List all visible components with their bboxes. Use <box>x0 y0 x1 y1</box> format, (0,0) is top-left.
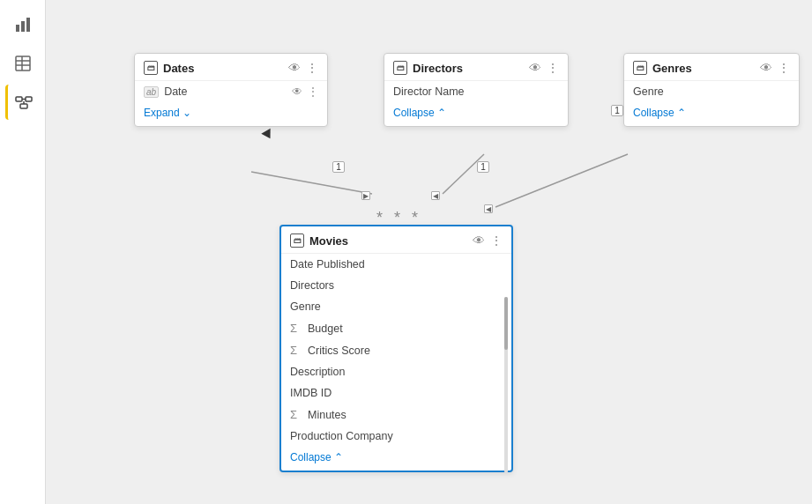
directors-title: Directors <box>413 62 463 75</box>
genres-eye-icon[interactable]: 👁 <box>760 61 772 75</box>
badge-dates-movies: 1 <box>332 161 345 173</box>
dates-expand-btn[interactable]: Expand ⌄ <box>144 107 318 119</box>
directors-footer: Collapse ⌃ <box>384 102 568 126</box>
movies-footer: Collapse ⌃ <box>281 447 511 471</box>
svg-line-14 <box>495 154 628 207</box>
movies-collapse-label: Collapse <box>290 451 332 463</box>
svg-rect-7 <box>16 97 22 101</box>
genres-collapse-label: Collapse <box>633 107 674 119</box>
movies-field-imdb-id: IMDB ID <box>281 382 511 404</box>
date-eye-icon[interactable]: 👁 <box>292 85 302 98</box>
directors-more-icon[interactable]: ⋮ <box>547 61 559 75</box>
table-movies: 🗃 Movies 👁 ⋮ Date Published Directors Ge… <box>279 225 513 472</box>
svg-line-12 <box>251 172 372 194</box>
genres-title-group: 🗃 Genres <box>633 61 692 75</box>
directors-eye-icon[interactable]: 👁 <box>529 61 541 75</box>
date-field-type-icon: ab <box>144 86 159 98</box>
critics-score-field-name: Critics Score <box>308 345 370 357</box>
scrollbar-track <box>504 297 508 473</box>
movies-field-directors: Directors <box>281 275 511 296</box>
movies-field-minutes: Σ Minutes <box>281 404 511 426</box>
dates-expand-arrow: ⌄ <box>183 107 191 119</box>
date-published-name: Date Published <box>290 258 365 271</box>
movies-more-icon[interactable]: ⋮ <box>490 233 503 248</box>
date-field-name: Date <box>164 85 187 98</box>
genres-collapse-arrow: ⌃ <box>677 107 686 119</box>
dates-eye-icon[interactable]: 👁 <box>288 61 301 75</box>
mouse-cursor <box>261 129 274 142</box>
directors-field-name: Directors <box>290 279 334 292</box>
scrollbar-thumb[interactable] <box>504 297 508 350</box>
directors-actions: 👁 ⋮ <box>529 61 559 75</box>
movies-collapse-btn[interactable]: Collapse ⌃ <box>290 451 503 463</box>
critics-sigma-icon: Σ <box>290 344 302 357</box>
table-genres: 🗃 Genres 👁 ⋮ Genre Collapse ⌃ <box>623 53 800 127</box>
table-dates: 🗃 Dates 👁 ⋮ ab Date 👁 ⋮ Expand ⌄ <box>134 53 328 127</box>
description-field-name: Description <box>290 366 346 378</box>
movies-asterisks: * * * <box>376 209 421 227</box>
movies-actions: 👁 ⋮ <box>473 233 503 248</box>
dates-header: 🗃 Dates 👁 ⋮ <box>135 54 327 81</box>
movies-field-genre: Genre <box>281 296 511 317</box>
directors-field-name: Director Name <box>384 81 568 102</box>
dates-field-date: ab Date 👁 ⋮ <box>135 81 327 102</box>
directors-collapse-label: Collapse <box>393 107 435 119</box>
movies-table-icon: 🗃 <box>290 233 304 248</box>
movies-eye-icon[interactable]: 👁 <box>473 233 485 248</box>
canvas: ▶ ◀ ◀ 1 1 🗃 Dates 👁 ⋮ ab Date 👁 ⋮ Expand… <box>46 0 812 504</box>
movies-field-production-company: Production Company <box>281 426 511 447</box>
genres-header: 🗃 Genres 👁 ⋮ <box>624 54 799 81</box>
connector-genres-movies: ◀ <box>484 204 493 213</box>
dates-title-group: 🗃 Dates <box>144 61 194 75</box>
svg-rect-8 <box>26 97 32 101</box>
movies-header: 🗃 Movies 👁 ⋮ <box>281 226 511 254</box>
minutes-sigma-icon: Σ <box>290 408 302 421</box>
dates-more-icon[interactable]: ⋮ <box>306 61 318 75</box>
movies-field-description: Description <box>281 361 511 382</box>
genres-field-genre: Genre <box>624 81 799 102</box>
movies-field-critics-score: Σ Critics Score <box>281 339 511 361</box>
genre-field-name: Genre <box>633 85 664 98</box>
sidebar-item-barchart[interactable] <box>5 7 41 42</box>
genres-actions: 👁 ⋮ <box>760 61 790 75</box>
genres-footer: Collapse ⌃ <box>624 102 799 126</box>
budget-field-name: Budget <box>308 322 343 335</box>
movies-field-date-published: Date Published <box>281 254 511 275</box>
production-company-field-name: Production Company <box>290 430 393 442</box>
genres-more-icon[interactable]: ⋮ <box>778 61 790 75</box>
connector-directors-movies: ◀ <box>431 191 440 200</box>
dates-table-icon: 🗃 <box>144 61 158 75</box>
sidebar <box>0 0 46 504</box>
svg-line-13 <box>443 154 484 194</box>
directors-table-icon: 🗃 <box>393 61 407 75</box>
table-directors: 🗃 Directors 👁 ⋮ Director Name Collapse ⌃ <box>384 53 569 127</box>
movies-title-group: 🗃 Movies <box>290 233 348 248</box>
imdb-id-field-name: IMDB ID <box>290 387 332 399</box>
genres-table-icon: 🗃 <box>633 61 647 75</box>
directors-collapse-btn[interactable]: Collapse ⌃ <box>393 107 559 119</box>
budget-sigma-icon: Σ <box>290 322 302 335</box>
svg-rect-2 <box>26 18 30 32</box>
directors-title-group: 🗃 Directors <box>393 61 463 75</box>
svg-rect-9 <box>20 104 27 108</box>
movies-title: Movies <box>309 234 348 248</box>
svg-rect-1 <box>21 21 25 32</box>
genres-collapse-btn[interactable]: Collapse ⌃ <box>633 107 790 119</box>
date-more-icon[interactable]: ⋮ <box>308 85 318 98</box>
badge-genres: 1 <box>611 105 623 116</box>
directors-collapse-arrow: ⌃ <box>437 107 446 119</box>
dates-footer: Expand ⌄ <box>135 102 327 126</box>
minutes-field-name: Minutes <box>308 409 346 421</box>
svg-rect-3 <box>16 56 30 70</box>
movies-collapse-arrow: ⌃ <box>334 451 343 463</box>
sidebar-item-table[interactable] <box>5 46 41 81</box>
dates-actions: 👁 ⋮ <box>288 61 318 75</box>
badge-directors-movies: 1 <box>477 161 489 173</box>
dates-title: Dates <box>163 62 194 75</box>
movies-field-budget: Σ Budget <box>281 317 511 339</box>
genre-field-name2: Genre <box>290 300 321 313</box>
connector-dates-movies: ▶ <box>361 191 370 200</box>
sidebar-item-model[interactable] <box>5 85 41 120</box>
genres-title: Genres <box>652 62 692 75</box>
svg-rect-0 <box>16 25 19 32</box>
